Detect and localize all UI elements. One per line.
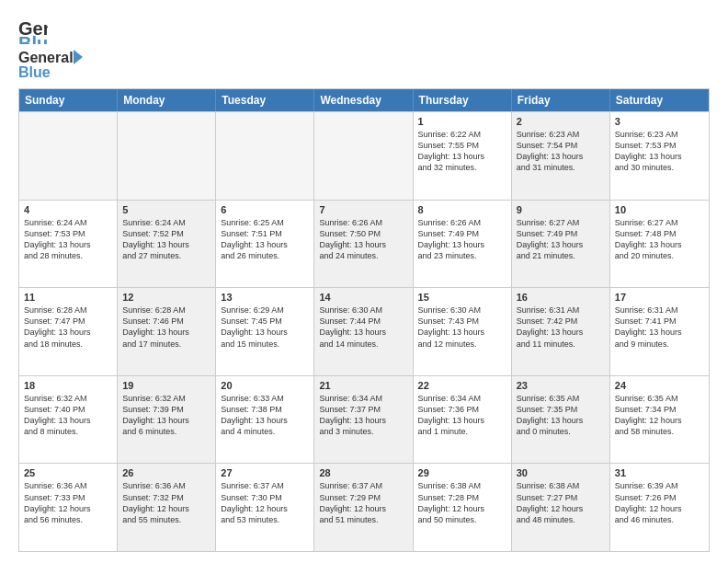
day-info: Sunrise: 6:26 AM Sunset: 7:49 PM Dayligh…	[418, 217, 506, 262]
day-info: Sunrise: 6:23 AM Sunset: 7:53 PM Dayligh…	[615, 129, 704, 174]
day-cell-18: 18Sunrise: 6:32 AM Sunset: 7:40 PM Dayli…	[19, 376, 118, 464]
day-number: 5	[122, 204, 210, 215]
day-info: Sunrise: 6:27 AM Sunset: 7:49 PM Dayligh…	[517, 217, 605, 262]
day-cell-4: 4Sunrise: 6:24 AM Sunset: 7:53 PM Daylig…	[19, 201, 118, 288]
empty-cell	[314, 112, 413, 200]
calendar-header: SundayMondayTuesdayWednesdayThursdayFrid…	[19, 89, 709, 111]
day-cell-29: 29Sunrise: 6:38 AM Sunset: 7:28 PM Dayli…	[414, 464, 512, 551]
svg-marker-3	[74, 50, 83, 64]
day-cell-27: 27Sunrise: 6:37 AM Sunset: 7:30 PM Dayli…	[216, 464, 314, 551]
calendar-row-1: 1Sunrise: 6:22 AM Sunset: 7:55 PM Daylig…	[19, 111, 709, 200]
day-cell-28: 28Sunrise: 6:37 AM Sunset: 7:29 PM Dayli…	[314, 464, 413, 551]
day-number: 23	[517, 380, 605, 391]
svg-text:Blue: Blue	[18, 64, 51, 80]
svg-text:Blue: Blue	[18, 33, 48, 44]
day-cell-22: 22Sunrise: 6:34 AM Sunset: 7:36 PM Dayli…	[414, 376, 512, 464]
day-info: Sunrise: 6:25 AM Sunset: 7:51 PM Dayligh…	[221, 217, 309, 262]
day-cell-25: 25Sunrise: 6:36 AM Sunset: 7:33 PM Dayli…	[19, 464, 118, 551]
day-cell-8: 8Sunrise: 6:26 AM Sunset: 7:49 PM Daylig…	[414, 201, 512, 288]
day-header-saturday: Saturday	[610, 89, 709, 111]
day-info: Sunrise: 6:39 AM Sunset: 7:26 PM Dayligh…	[615, 480, 704, 525]
day-cell-19: 19Sunrise: 6:32 AM Sunset: 7:39 PM Dayli…	[118, 376, 216, 464]
day-info: Sunrise: 6:35 AM Sunset: 7:34 PM Dayligh…	[615, 393, 704, 438]
day-number: 16	[517, 292, 605, 303]
header: General Blue General Blue	[18, 15, 710, 81]
day-number: 21	[319, 380, 407, 391]
day-number: 20	[221, 380, 309, 391]
day-number: 9	[517, 204, 605, 215]
day-info: Sunrise: 6:36 AM Sunset: 7:32 PM Dayligh…	[122, 480, 210, 525]
day-info: Sunrise: 6:26 AM Sunset: 7:50 PM Dayligh…	[319, 217, 407, 262]
day-number: 19	[122, 380, 210, 391]
day-cell-20: 20Sunrise: 6:33 AM Sunset: 7:38 PM Dayli…	[216, 376, 314, 464]
calendar-row-4: 18Sunrise: 6:32 AM Sunset: 7:40 PM Dayli…	[19, 375, 709, 464]
day-number: 31	[615, 467, 704, 478]
day-info: Sunrise: 6:29 AM Sunset: 7:45 PM Dayligh…	[221, 304, 309, 350]
day-number: 8	[418, 204, 506, 215]
day-info: Sunrise: 6:38 AM Sunset: 7:27 PM Dayligh…	[517, 480, 605, 525]
calendar-row-2: 4Sunrise: 6:24 AM Sunset: 7:53 PM Daylig…	[19, 200, 709, 288]
day-cell-16: 16Sunrise: 6:31 AM Sunset: 7:42 PM Dayli…	[512, 288, 610, 375]
day-cell-26: 26Sunrise: 6:36 AM Sunset: 7:32 PM Dayli…	[118, 464, 216, 551]
day-cell-3: 3Sunrise: 6:23 AM Sunset: 7:53 PM Daylig…	[610, 112, 709, 200]
day-number: 30	[517, 467, 605, 478]
day-info: Sunrise: 6:28 AM Sunset: 7:47 PM Dayligh…	[24, 304, 112, 350]
day-cell-7: 7Sunrise: 6:26 AM Sunset: 7:50 PM Daylig…	[314, 201, 413, 288]
empty-cell	[19, 112, 118, 200]
day-number: 4	[24, 204, 112, 215]
calendar-row-3: 11Sunrise: 6:28 AM Sunset: 7:47 PM Dayli…	[19, 287, 709, 375]
day-cell-23: 23Sunrise: 6:35 AM Sunset: 7:35 PM Dayli…	[512, 376, 610, 464]
day-cell-13: 13Sunrise: 6:29 AM Sunset: 7:45 PM Dayli…	[216, 288, 314, 375]
logo: General Blue General Blue	[18, 15, 83, 81]
day-number: 26	[122, 467, 210, 478]
logo-icon: General Blue	[18, 15, 48, 44]
day-cell-21: 21Sunrise: 6:34 AM Sunset: 7:37 PM Dayli…	[314, 376, 413, 464]
day-info: Sunrise: 6:33 AM Sunset: 7:38 PM Dayligh…	[221, 393, 309, 438]
logo-svg: General Blue	[18, 46, 83, 81]
day-info: Sunrise: 6:28 AM Sunset: 7:46 PM Dayligh…	[122, 304, 210, 350]
day-header-thursday: Thursday	[414, 89, 512, 111]
day-number: 27	[221, 467, 309, 478]
empty-cell	[118, 112, 216, 200]
day-cell-24: 24Sunrise: 6:35 AM Sunset: 7:34 PM Dayli…	[610, 376, 709, 464]
day-number: 22	[418, 380, 506, 391]
day-info: Sunrise: 6:27 AM Sunset: 7:48 PM Dayligh…	[615, 217, 704, 262]
day-info: Sunrise: 6:34 AM Sunset: 7:37 PM Dayligh…	[319, 393, 407, 438]
calendar-row-5: 25Sunrise: 6:36 AM Sunset: 7:33 PM Dayli…	[19, 463, 709, 551]
day-info: Sunrise: 6:31 AM Sunset: 7:42 PM Dayligh…	[517, 304, 605, 350]
page: General Blue General Blue SundayMondayTu…	[0, 0, 728, 563]
day-header-sunday: Sunday	[19, 89, 118, 111]
day-cell-31: 31Sunrise: 6:39 AM Sunset: 7:26 PM Dayli…	[610, 464, 709, 551]
day-number: 6	[221, 204, 309, 215]
day-cell-10: 10Sunrise: 6:27 AM Sunset: 7:48 PM Dayli…	[610, 201, 709, 288]
day-number: 18	[24, 380, 112, 391]
day-cell-9: 9Sunrise: 6:27 AM Sunset: 7:49 PM Daylig…	[512, 201, 610, 288]
day-number: 3	[615, 116, 704, 127]
day-info: Sunrise: 6:32 AM Sunset: 7:40 PM Dayligh…	[24, 393, 112, 438]
day-number: 24	[615, 380, 704, 391]
calendar-body: 1Sunrise: 6:22 AM Sunset: 7:55 PM Daylig…	[19, 111, 709, 551]
day-header-tuesday: Tuesday	[216, 89, 314, 111]
day-info: Sunrise: 6:30 AM Sunset: 7:44 PM Dayligh…	[319, 304, 407, 350]
day-number: 25	[24, 467, 112, 478]
day-cell-12: 12Sunrise: 6:28 AM Sunset: 7:46 PM Dayli…	[118, 288, 216, 375]
day-cell-2: 2Sunrise: 6:23 AM Sunset: 7:54 PM Daylig…	[512, 112, 610, 200]
day-header-friday: Friday	[512, 89, 610, 111]
day-number: 1	[418, 116, 506, 127]
day-number: 12	[122, 292, 210, 303]
day-number: 2	[517, 116, 605, 127]
svg-text:General: General	[18, 50, 74, 65]
day-info: Sunrise: 6:36 AM Sunset: 7:33 PM Dayligh…	[24, 480, 112, 525]
day-info: Sunrise: 6:32 AM Sunset: 7:39 PM Dayligh…	[122, 393, 210, 438]
day-number: 14	[319, 292, 407, 303]
day-info: Sunrise: 6:24 AM Sunset: 7:53 PM Dayligh…	[24, 217, 112, 262]
day-cell-6: 6Sunrise: 6:25 AM Sunset: 7:51 PM Daylig…	[216, 201, 314, 288]
day-header-wednesday: Wednesday	[314, 89, 413, 111]
day-number: 13	[221, 292, 309, 303]
day-cell-17: 17Sunrise: 6:31 AM Sunset: 7:41 PM Dayli…	[610, 288, 709, 375]
day-cell-30: 30Sunrise: 6:38 AM Sunset: 7:27 PM Dayli…	[512, 464, 610, 551]
day-number: 7	[319, 204, 407, 215]
day-info: Sunrise: 6:22 AM Sunset: 7:55 PM Dayligh…	[418, 129, 506, 174]
day-number: 15	[418, 292, 506, 303]
calendar: SundayMondayTuesdayWednesdayThursdayFrid…	[18, 88, 710, 552]
